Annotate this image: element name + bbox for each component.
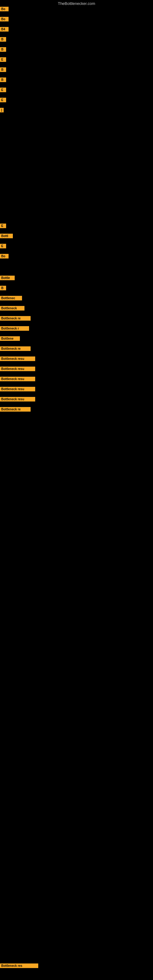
list-item[interactable]: Bottleneck r [0,326,153,336]
item-badge-25: Bottleneck resu [0,367,35,371]
item-badge-23: Bottleneck re [0,346,30,351]
item-badge-19: Bottleneck [0,306,24,310]
list-item[interactable]: B4 [0,27,153,37]
item-badge-2: Bo [0,17,9,21]
list-item[interactable]: B [0,67,153,77]
list-item[interactable]: Bottleneck res [0,964,153,973]
item-badge-11: | [0,108,4,112]
list-item[interactable]: Bottleneck resu [0,397,153,407]
item-badge-29: Bottleneck re [0,407,30,412]
item-badge-30: Bottleneck res [0,964,38,968]
list-item[interactable]: Bottlenec [0,296,153,305]
list-item[interactable]: Bottleneck [0,306,153,316]
item-badge-24: Bottleneck resu [0,356,35,361]
item-badge-6: E [0,57,6,62]
list-item[interactable]: Bottleneck resu [0,367,153,376]
list-item[interactable]: B [0,47,153,57]
list-item[interactable]: Bottlene [0,336,153,346]
item-badge-26: Bottleneck resu [0,377,35,381]
list-item[interactable]: Bottleneck resu [0,356,153,366]
item-badge-4: B [0,37,6,41]
item-badge-12: E [0,224,6,228]
site-title: TheBottlenecker.com [58,1,95,6]
item-badge-22: Bottlene [0,336,20,341]
item-badge-13: Bottl [0,234,13,238]
item-badge-17: B [0,286,6,290]
item-badge-15: Bo [0,254,9,258]
item-badge-20: Bottleneck re [0,316,30,321]
item-badge-18: Bottlenec [0,296,22,301]
list-item[interactable]: Bottleneck resu [0,377,153,387]
list-item[interactable]: Bottleneck resu [0,387,153,396]
item-badge-28: Bottleneck resu [0,397,35,401]
list-item[interactable]: Bottleneck re [0,407,153,417]
list-item[interactable]: Bo [0,7,153,16]
list-item[interactable]: Bo [0,254,153,264]
list-item[interactable]: Bottle [0,275,153,285]
item-badge-9: E [0,88,6,92]
item-badge-5: B [0,47,6,52]
item-badge-8: B [0,78,6,82]
list-item[interactable]: E [0,224,153,233]
item-badge-14: E [0,244,6,248]
item-badge-10: E [0,98,6,102]
list-item[interactable]: Bottleneck re [0,346,153,356]
list-item[interactable]: | [0,108,153,118]
item-badge-1: Bo [0,7,9,11]
item-badge-7: B [0,67,6,72]
item-badge-27: Bottleneck resu [0,387,35,391]
item-badge-3: B4 [0,27,9,32]
list-item[interactable]: Bottleneck re [0,316,153,326]
list-item[interactable]: B [0,286,153,296]
item-badge-21: Bottleneck r [0,326,29,331]
list-item[interactable]: E [0,88,153,97]
list-item[interactable]: B [0,78,153,87]
list-item[interactable]: Bo [0,17,153,27]
item-badge-16: Bottle [0,275,15,280]
list-item[interactable]: E [0,244,153,254]
list-item[interactable]: E [0,57,153,67]
list-item[interactable]: E [0,98,153,108]
list-item[interactable]: B [0,37,153,47]
list-item[interactable]: Bottl [0,234,153,243]
